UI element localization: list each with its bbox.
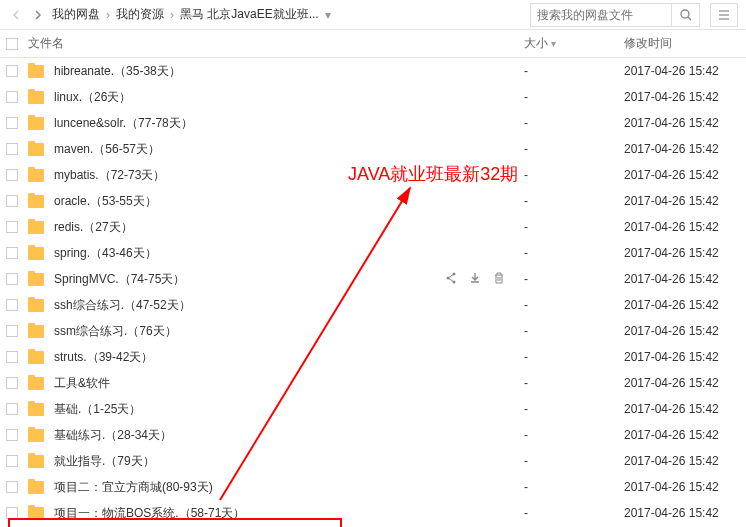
file-row[interactable]: hibreanate.（35-38天）-2017-04-26 15:42	[0, 58, 746, 84]
file-name-cell[interactable]: spring.（43-46天）	[24, 245, 516, 262]
file-row[interactable]: SpringMVC.（74-75天）-2017-04-26 15:42	[0, 266, 746, 292]
select-all-checkbox[interactable]	[0, 38, 24, 50]
file-row[interactable]: 项目一：物流BOS系统.（58-71天）-2017-04-26 15:42	[0, 500, 746, 526]
file-date-cell: 2017-04-26 15:42	[616, 90, 746, 104]
file-size-cell: -	[516, 220, 616, 234]
search-button[interactable]	[671, 3, 699, 27]
file-name-cell[interactable]: maven.（56-57天）	[24, 141, 516, 158]
file-row[interactable]: struts.（39-42天）-2017-04-26 15:42	[0, 344, 746, 370]
delete-icon[interactable]	[492, 271, 506, 288]
folder-icon	[28, 221, 44, 234]
file-name-cell[interactable]: oracle.（53-55天）	[24, 193, 516, 210]
file-name-cell[interactable]: 工具&软件	[24, 375, 516, 392]
svg-line-8	[449, 274, 453, 277]
column-date[interactable]: 修改时间	[616, 35, 746, 52]
row-checkbox[interactable]	[0, 455, 24, 467]
column-name[interactable]: 文件名	[24, 35, 516, 52]
file-row[interactable]: linux.（26天）-2017-04-26 15:42	[0, 84, 746, 110]
row-checkbox[interactable]	[0, 143, 24, 155]
row-checkbox[interactable]	[0, 429, 24, 441]
breadcrumb-item[interactable]: 我的网盘	[52, 6, 100, 23]
file-date-cell: 2017-04-26 15:42	[616, 402, 746, 416]
row-checkbox[interactable]	[0, 351, 24, 363]
folder-icon	[28, 169, 44, 182]
row-checkbox[interactable]	[0, 195, 24, 207]
file-name-label: 就业指导.（79天）	[54, 453, 155, 470]
nav-back-button[interactable]	[8, 7, 24, 23]
file-date-cell: 2017-04-26 15:42	[616, 428, 746, 442]
file-row[interactable]: mybatis.（72-73天）-2017-04-26 15:42	[0, 162, 746, 188]
file-name-cell[interactable]: ssm综合练习.（76天）	[24, 323, 516, 340]
row-checkbox[interactable]	[0, 169, 24, 181]
file-name-label: mybatis.（72-73天）	[54, 167, 165, 184]
file-row[interactable]: 就业指导.（79天）-2017-04-26 15:42	[0, 448, 746, 474]
file-name-cell[interactable]: 就业指导.（79天）	[24, 453, 516, 470]
row-checkbox[interactable]	[0, 403, 24, 415]
file-row[interactable]: maven.（56-57天）-2017-04-26 15:42	[0, 136, 746, 162]
file-name-cell[interactable]: 基础.（1-25天）	[24, 401, 516, 418]
file-name-cell[interactable]: mybatis.（72-73天）	[24, 167, 516, 184]
chevron-down-icon[interactable]: ▾	[325, 8, 331, 22]
chevron-right-icon: ›	[170, 8, 174, 22]
file-row[interactable]: 基础练习.（28-34天）-2017-04-26 15:42	[0, 422, 746, 448]
list-view-button[interactable]	[710, 3, 738, 27]
folder-icon	[28, 247, 44, 260]
file-name-cell[interactable]: ssh综合练习.（47-52天）	[24, 297, 516, 314]
file-size-cell: -	[516, 246, 616, 260]
row-checkbox[interactable]	[0, 377, 24, 389]
file-row[interactable]: ssm综合练习.（76天）-2017-04-26 15:42	[0, 318, 746, 344]
file-row[interactable]: luncene&solr.（77-78天）-2017-04-26 15:42	[0, 110, 746, 136]
file-name-cell[interactable]: struts.（39-42天）	[24, 349, 516, 366]
nav-forward-button[interactable]	[30, 7, 46, 23]
file-row[interactable]: 工具&软件-2017-04-26 15:42	[0, 370, 746, 396]
row-checkbox[interactable]	[0, 481, 24, 493]
file-name-cell[interactable]: 项目二：宜立方商城(80-93天)	[24, 479, 516, 496]
file-name-label: maven.（56-57天）	[54, 141, 160, 158]
file-name-label: 工具&软件	[54, 375, 110, 392]
row-checkbox[interactable]	[0, 91, 24, 103]
file-name-label: spring.（43-46天）	[54, 245, 157, 262]
file-row[interactable]: 项目二：宜立方商城(80-93天)-2017-04-26 15:42	[0, 474, 746, 500]
file-row[interactable]: redis.（27天）-2017-04-26 15:42	[0, 214, 746, 240]
file-name-cell[interactable]: hibreanate.（35-38天）	[24, 63, 516, 80]
row-checkbox[interactable]	[0, 117, 24, 129]
row-checkbox[interactable]	[0, 325, 24, 337]
share-icon[interactable]	[444, 271, 458, 288]
file-date-cell: 2017-04-26 15:42	[616, 298, 746, 312]
svg-line-1	[688, 17, 691, 20]
file-date-cell: 2017-04-26 15:42	[616, 506, 746, 520]
file-name-label: oracle.（53-55天）	[54, 193, 157, 210]
row-checkbox[interactable]	[0, 221, 24, 233]
file-name-cell[interactable]: 项目一：物流BOS系统.（58-71天）	[24, 505, 516, 522]
download-icon[interactable]	[468, 271, 482, 288]
file-name-cell[interactable]: linux.（26天）	[24, 89, 516, 106]
file-date-cell: 2017-04-26 15:42	[616, 246, 746, 260]
file-date-cell: 2017-04-26 15:42	[616, 142, 746, 156]
file-date-cell: 2017-04-26 15:42	[616, 376, 746, 390]
column-size[interactable]: 大小 ▾	[516, 35, 616, 52]
file-name-cell[interactable]: luncene&solr.（77-78天）	[24, 115, 516, 132]
file-name-cell[interactable]: 基础练习.（28-34天）	[24, 427, 516, 444]
file-size-cell: -	[516, 272, 616, 286]
file-row[interactable]: ssh综合练习.（47-52天）-2017-04-26 15:42	[0, 292, 746, 318]
file-name-cell[interactable]: redis.（27天）	[24, 219, 516, 236]
file-size-cell: -	[516, 402, 616, 416]
breadcrumb: 我的网盘 › 我的资源 › 黑马 北京JavaEE就业班... ▾	[0, 0, 746, 30]
row-checkbox[interactable]	[0, 273, 24, 285]
row-checkbox[interactable]	[0, 507, 24, 519]
file-row[interactable]: oracle.（53-55天）-2017-04-26 15:42	[0, 188, 746, 214]
chevron-right-icon: ›	[106, 8, 110, 22]
row-checkbox[interactable]	[0, 65, 24, 77]
file-name-cell[interactable]: SpringMVC.（74-75天）	[24, 271, 516, 288]
file-row[interactable]: spring.（43-46天）-2017-04-26 15:42	[0, 240, 746, 266]
search-input[interactable]	[531, 8, 671, 22]
row-checkbox[interactable]	[0, 299, 24, 311]
row-checkbox[interactable]	[0, 247, 24, 259]
folder-icon	[28, 507, 44, 520]
file-date-cell: 2017-04-26 15:42	[616, 116, 746, 130]
file-row[interactable]: 基础.（1-25天）-2017-04-26 15:42	[0, 396, 746, 422]
breadcrumb-item[interactable]: 我的资源	[116, 6, 164, 23]
file-size-cell: -	[516, 298, 616, 312]
breadcrumb-item[interactable]: 黑马 北京JavaEE就业班...	[180, 6, 319, 23]
file-date-cell: 2017-04-26 15:42	[616, 272, 746, 286]
